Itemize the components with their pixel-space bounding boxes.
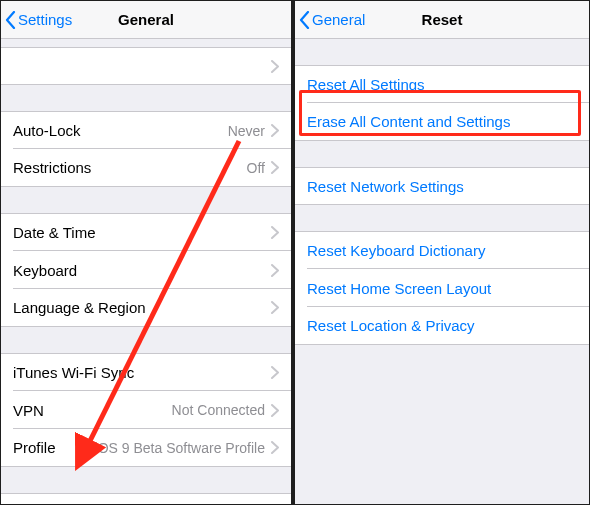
cell-erase-all-content[interactable]: Erase All Content and Settings xyxy=(295,103,589,141)
cell-date-time[interactable]: Date & Time xyxy=(1,213,291,251)
cell-reset-network[interactable]: Reset Network Settings xyxy=(295,167,589,205)
cell-label: Profile xyxy=(13,439,95,456)
cell-profile[interactable]: Profile iOS 9 Beta Software Profile xyxy=(1,429,291,467)
reset-settings-pane: General Reset Reset All Settings Erase A… xyxy=(295,1,589,504)
cell-language-region[interactable]: Language & Region xyxy=(1,289,291,327)
cell-restrictions[interactable]: Restrictions Off xyxy=(1,149,291,187)
cell-label: Date & Time xyxy=(13,224,271,241)
chevron-right-icon xyxy=(271,441,279,454)
back-to-general[interactable]: General xyxy=(295,11,371,29)
cell-label: Reset Keyboard Dictionary xyxy=(307,242,577,259)
navbar-reset: General Reset xyxy=(295,1,589,39)
general-settings-pane: Settings General Auto-Lock Never Restric… xyxy=(1,1,295,504)
cell-reset-all-settings[interactable]: Reset All Settings xyxy=(295,65,589,103)
chevron-right-icon xyxy=(271,301,279,314)
cell-label: Reset Location & Privacy xyxy=(307,317,577,334)
cell-label: VPN xyxy=(13,402,172,419)
cell-label: Reset All Settings xyxy=(307,76,577,93)
cell-top-blank[interactable] xyxy=(1,47,291,85)
cell-regulatory[interactable]: Regulatory xyxy=(1,493,291,504)
cell-label: Erase All Content and Settings xyxy=(307,113,577,130)
chevron-right-icon xyxy=(271,124,279,137)
cell-label: iTunes Wi-Fi Sync xyxy=(13,364,271,381)
cell-keyboard[interactable]: Keyboard xyxy=(1,251,291,289)
cell-reset-home-layout[interactable]: Reset Home Screen Layout xyxy=(295,269,589,307)
chevron-right-icon xyxy=(271,264,279,277)
cell-value: Off xyxy=(247,160,265,176)
chevron-right-icon xyxy=(271,366,279,379)
cell-label: Regulatory xyxy=(13,504,271,505)
cell-reset-keyboard-dict[interactable]: Reset Keyboard Dictionary xyxy=(295,231,589,269)
back-label: Settings xyxy=(18,11,72,28)
cell-label: Reset Home Screen Layout xyxy=(307,280,577,297)
chevron-right-icon xyxy=(271,226,279,239)
cell-value: iOS 9 Beta Software Profile xyxy=(95,440,265,456)
chevron-right-icon xyxy=(271,60,279,73)
cell-auto-lock[interactable]: Auto-Lock Never xyxy=(1,111,291,149)
chevron-right-icon xyxy=(271,404,279,417)
navbar-general: Settings General xyxy=(1,1,291,39)
chevron-right-icon xyxy=(271,161,279,174)
cell-vpn[interactable]: VPN Not Connected xyxy=(1,391,291,429)
chevron-left-icon xyxy=(5,11,16,29)
cell-value: Not Connected xyxy=(172,402,265,418)
cell-label: Restrictions xyxy=(13,159,247,176)
cell-label: Auto-Lock xyxy=(13,122,228,139)
cell-label: Reset Network Settings xyxy=(307,178,577,195)
cell-itunes-wifi-sync[interactable]: iTunes Wi-Fi Sync xyxy=(1,353,291,391)
cell-label: Language & Region xyxy=(13,299,271,316)
chevron-left-icon xyxy=(299,11,310,29)
cell-reset-location-privacy[interactable]: Reset Location & Privacy xyxy=(295,307,589,345)
cell-label: Keyboard xyxy=(13,262,271,279)
back-to-settings[interactable]: Settings xyxy=(1,11,78,29)
back-label: General xyxy=(312,11,365,28)
cell-value: Never xyxy=(228,123,265,139)
